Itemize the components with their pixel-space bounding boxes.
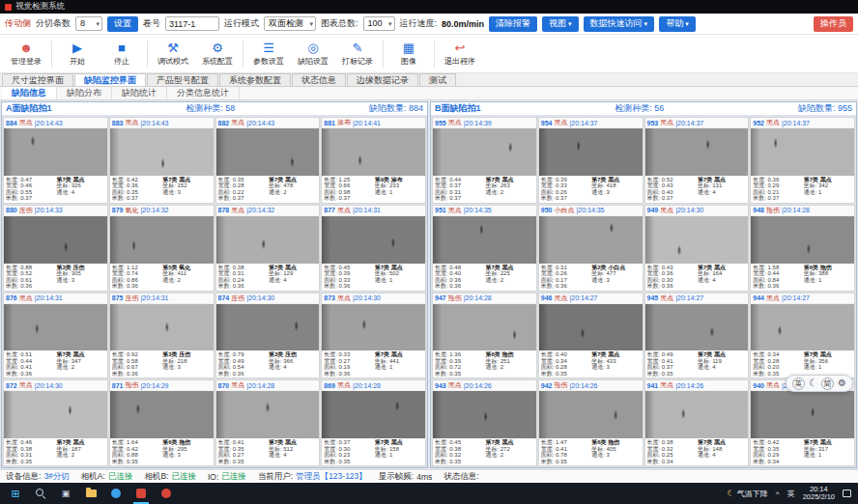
defect-card[interactable]: 876 黑点 |20:14:31 长度: 0.51 宽度: 0.44 面积: 0… [3,293,108,379]
defect-thumbnail[interactable] [751,128,854,176]
defect-thumbnail[interactable] [539,128,643,176]
tab-product-config[interactable]: 产品型号配置 [147,73,218,86]
defect-card[interactable]: 953 黑点 |20:14:37 长度: 0.52 宽度: 0.43 面积: 0… [644,117,750,204]
action-button-mark-record[interactable]: ✎打标记录 [335,37,380,71]
clock[interactable]: 20:14 2025/2/10 [803,486,835,502]
defect-thumbnail[interactable] [110,128,214,176]
action-button-debug-mode[interactable]: ⚒调试模式 [151,37,195,71]
defect-card[interactable]: 949 黑点 |20:14:30 长度: 0.43 宽度: 0.36 面积: 0… [644,205,750,292]
defect-card[interactable]: 881 涂布 |20:14:41 长度: 1.25 宽度: 0.66 面积: 0… [321,117,426,204]
defect-thumbnail[interactable] [433,128,536,176]
tab-status-info[interactable]: 状态信息 [292,73,346,86]
defect-thumbnail[interactable] [110,391,214,438]
defect-thumbnail[interactable] [110,216,214,264]
defect-thumbnail[interactable] [216,391,320,438]
file-explorer-button[interactable] [79,483,102,504]
defect-card[interactable]: 878 黑点 |20:14:32 长度: 0.38 宽度: 0.31 面积: 0… [215,205,321,292]
tab-edge-data[interactable]: 边缘数据记录 [347,73,418,86]
tab-size-monitor[interactable]: 尺寸监控界面 [2,73,73,86]
defect-card[interactable]: 880 压伤 |20:14:33 长度: 0.88 宽度: 0.52 面积: 0… [3,205,108,292]
defect-card[interactable]: 946 黑点 |20:14:27 长度: 0.40 宽度: 0.34 面积: 0… [538,293,644,379]
defect-card[interactable]: 950 小白点 |20:14:35 长度: 0.31 宽度: 0.26 面积: … [538,205,644,292]
defect-thumbnail[interactable] [4,128,107,176]
action-button-image[interactable]: ▦图像 [386,37,431,71]
defect-thumbnail[interactable] [645,128,749,176]
pinned-app-button[interactable] [155,483,178,504]
defect-card[interactable]: 879 氧化 |20:14:32 长度: 1.12 宽度: 0.74 面积: 0… [109,205,214,292]
language-simplified-button[interactable]: 简 [821,378,834,390]
defect-thumbnail[interactable] [4,304,107,351]
defect-card[interactable]: 943 黑点 |20:14:26 长度: 0.45 宽度: 0.38 面积: 0… [432,379,537,466]
defect-thumbnail[interactable] [433,391,536,438]
defect-thumbnail[interactable] [433,216,536,264]
defect-card[interactable]: 948 拖伤 |20:14:28 长度: 1.58 宽度: 0.44 面积: 0… [750,205,855,292]
defect-card[interactable]: 951 黑点 |20:14:35 长度: 0.48 宽度: 0.40 面积: 0… [432,205,537,292]
defect-card[interactable]: 952 黑点 |20:14:37 长度: 0.36 宽度: 0.29 面积: 0… [750,117,855,204]
defect-thumbnail[interactable] [322,128,425,176]
defect-card[interactable]: 872 黑点 |20:14:30 长度: 0.46 宽度: 0.38 面积: 0… [3,379,108,466]
defect-card[interactable]: 942 拖伤 |20:14:26 长度: 1.47 宽度: 0.41 面积: 0… [538,379,644,466]
action-button-login[interactable]: ☻管理登录 [4,37,48,71]
notification-center-icon[interactable] [843,490,851,497]
dark-mode-moon-icon[interactable]: ☾ [809,378,817,389]
help-menu-button[interactable]: 帮助▾ [659,16,696,32]
action-button-exit[interactable]: ↩退出程序 [438,37,482,71]
defect-thumbnail[interactable] [751,391,854,438]
defect-thumbnail[interactable] [4,216,107,264]
tab-system-params[interactable]: 系统参数配置 [219,73,291,86]
defect-card[interactable]: 944 黑点 |20:14:27 长度: 0.34 宽度: 0.28 面积: 0… [750,293,855,379]
defect-card[interactable]: 954 黑点 |20:14:37 长度: 0.39 宽度: 0.33 面积: 0… [538,117,644,204]
inspection-app-button[interactable] [129,483,153,504]
defect-card[interactable]: 870 黑点 |20:14:28 长度: 0.41 宽度: 0.35 面积: 0… [215,379,321,466]
defect-card[interactable]: 955 黑点 |20:14:39 长度: 0.44 宽度: 0.37 面积: 0… [432,117,537,204]
defect-card[interactable]: 874 压伤 |20:14:30 长度: 0.79 宽度: 0.49 面积: 0… [215,293,321,379]
view-menu-button[interactable]: 视图▾ [542,16,579,32]
tray-expand-button[interactable]: ^ [776,490,780,498]
action-button-param-settings[interactable]: ☰参数设置 [246,37,291,71]
tab-test[interactable]: 测试 [419,73,456,86]
defect-thumbnail[interactable] [539,304,643,351]
weather-widget[interactable]: ☾ 气温下降 [728,489,768,499]
defect-thumbnail[interactable] [539,391,643,438]
defect-thumbnail[interactable] [216,304,320,351]
slit-count-select[interactable]: 8 [75,16,102,31]
defect-thumbnail[interactable] [645,216,749,264]
gear-icon[interactable]: ⚙ [838,378,846,389]
defect-card[interactable]: 883 黑点 |20:14:43 长度: 0.42 宽度: 0.36 面积: 0… [109,117,214,204]
subtab-class-info-stats[interactable]: 分类信息统计 [167,87,240,99]
action-button-stop[interactable]: ■停止 [100,37,144,71]
start-button[interactable]: ⊞ [4,483,27,504]
slit-set-button[interactable]: 设置 [107,16,138,32]
defect-thumbnail[interactable] [751,216,854,264]
task-view-button[interactable]: ▣ [54,483,77,504]
run-mode-select[interactable]: 双面检测 [264,16,316,31]
defect-card[interactable]: 875 压伤 |20:14:31 长度: 0.92 宽度: 0.58 面积: 0… [109,293,214,379]
defect-thumbnail[interactable] [539,216,643,264]
clear-alarm-button[interactable]: 清除报警 [489,16,537,32]
action-button-start[interactable]: ▶开始 [55,37,100,71]
chart-total-select[interactable]: 100 [363,16,395,31]
defect-thumbnail[interactable] [4,391,107,438]
defect-card[interactable]: 871 拖伤 |20:14:29 长度: 1.64 宽度: 0.42 面积: 0… [109,379,214,466]
defect-thumbnail[interactable] [433,304,536,351]
defect-card[interactable]: 873 黑点 |20:14:30 长度: 0.33 宽度: 0.27 面积: 0… [321,293,426,379]
search-button[interactable] [29,483,52,504]
defect-thumbnail[interactable] [216,128,320,176]
subtab-defect-info[interactable]: 缺陷信息 [2,87,57,99]
defect-thumbnail[interactable] [322,216,425,264]
defect-thumbnail[interactable] [216,216,320,264]
operator-button[interactable]: 操作员 [814,16,853,32]
defect-thumbnail[interactable] [322,304,425,351]
defect-thumbnail[interactable] [751,304,854,351]
defect-card[interactable]: 869 黑点 |20:14:28 长度: 0.37 宽度: 0.30 面积: 0… [321,379,426,466]
defect-thumbnail[interactable] [645,304,749,351]
defect-card[interactable]: 877 黑点 |20:14:31 长度: 0.45 宽度: 0.39 面积: 0… [321,205,426,292]
defect-card[interactable]: 941 黑点 |20:14:26 长度: 0.38 宽度: 0.32 面积: 0… [644,379,750,466]
subtab-defect-distribution[interactable]: 缺陷分布 [57,87,112,99]
roll-number-input[interactable] [165,16,219,31]
ime-indicator[interactable]: 英 [787,489,795,499]
defect-card[interactable]: 947 拖伤 |20:14:28 长度: 1.36 宽度: 0.39 面积: 0… [432,293,537,379]
defect-card[interactable]: 884 黑点 |20:14:43 长度: 0.47 宽度: 0.46 面积: 0… [3,117,108,204]
action-button-defect-settings[interactable]: ◎缺陷设置 [291,37,335,71]
action-button-system-config[interactable]: ⚙系统配置 [195,37,240,71]
